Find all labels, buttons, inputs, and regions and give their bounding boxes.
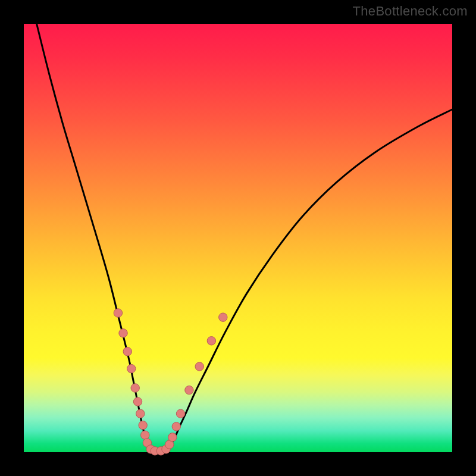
data-point bbox=[131, 384, 139, 392]
data-point bbox=[219, 313, 227, 321]
data-point bbox=[195, 362, 203, 371]
data-point bbox=[123, 347, 131, 356]
data-point bbox=[133, 397, 142, 406]
data-point bbox=[207, 337, 215, 345]
data-point bbox=[176, 409, 184, 418]
data-point bbox=[168, 433, 177, 441]
data-point bbox=[172, 422, 180, 431]
data-point bbox=[136, 409, 145, 418]
curve-right-branch bbox=[168, 109, 452, 449]
chart-overlay bbox=[24, 24, 452, 452]
data-point bbox=[141, 431, 149, 439]
watermark-text: TheBottleneck.com bbox=[353, 4, 468, 19]
data-point-group bbox=[114, 309, 227, 455]
data-point bbox=[185, 386, 193, 394]
data-point bbox=[114, 309, 122, 317]
chart-frame: TheBottleneck.com bbox=[0, 0, 476, 476]
data-point bbox=[139, 421, 147, 429]
data-point bbox=[127, 364, 136, 372]
data-point bbox=[119, 329, 127, 337]
